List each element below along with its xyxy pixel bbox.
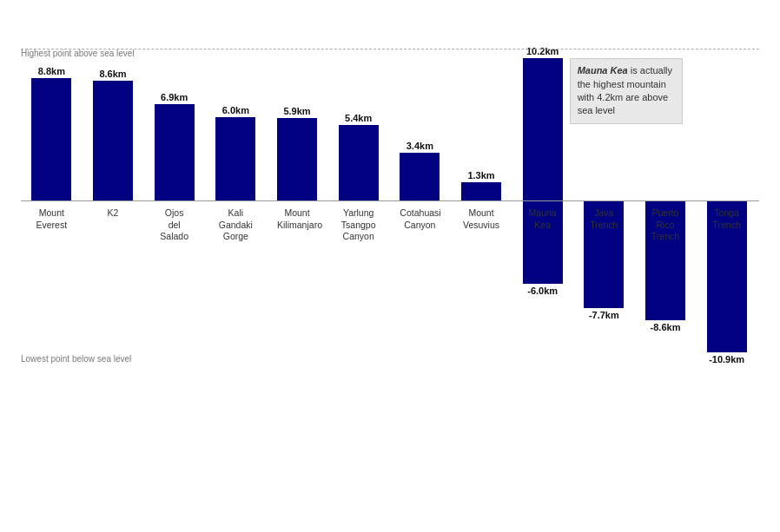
bar-above-label: 6.9km bbox=[155, 92, 195, 102]
bar-name-label: K2 bbox=[93, 207, 133, 220]
bar-group: 6.9kmOjosdelSalado bbox=[155, 49, 195, 413]
bar-name-label: YarlungTsangpoCanyon bbox=[339, 207, 379, 243]
bar-name-label: MountVesuvius bbox=[461, 207, 501, 231]
bar-group: 1.3kmMountVesuvius bbox=[461, 49, 501, 413]
bar-name-label: KaliGandakiGorge bbox=[215, 207, 255, 243]
bar-above-rect bbox=[277, 118, 317, 200]
bar-group: 6.0kmKaliGandakiGorge bbox=[215, 49, 255, 413]
bar-below-label: -8.6km bbox=[645, 322, 685, 332]
bar-above-label: 6.0km bbox=[215, 105, 255, 115]
bar-below-label: -10.9km bbox=[707, 354, 747, 365]
bar-name-label: MaunaKea bbox=[523, 207, 563, 231]
bar-group: 10.2km-6.0kmMaunaKea bbox=[523, 49, 563, 413]
bar-above-label: 8.6km bbox=[93, 69, 133, 79]
bar-group: 3.4kmCotahuasiCanyon bbox=[400, 49, 440, 413]
bar-above-rect bbox=[31, 78, 71, 200]
bar-below-label: -6.0km bbox=[523, 286, 563, 296]
bar-above-label: 5.9km bbox=[277, 106, 317, 116]
bar-above-rect bbox=[93, 81, 133, 200]
bar-name-label: MountKilimanjaro bbox=[277, 207, 317, 231]
bar-above-rect bbox=[155, 104, 195, 200]
bar-name-label: CotahuasiCanyon bbox=[400, 207, 440, 231]
bar-above-label: 1.3km bbox=[461, 170, 501, 181]
bar-below-label: -7.7km bbox=[584, 310, 624, 320]
bar-above-label: 8.8km bbox=[31, 66, 71, 76]
bar-group: 5.9kmMountKilimanjaro bbox=[277, 49, 317, 413]
bar-above-rect bbox=[523, 58, 563, 200]
bar-above-rect bbox=[461, 182, 501, 200]
bar-group: 8.8kmMountEverest bbox=[31, 49, 71, 413]
bar-name-label: JavaTrench bbox=[584, 207, 624, 231]
bar-above-label: 3.4km bbox=[400, 141, 440, 151]
annotation-box: Mauna Kea is actually the highest mounta… bbox=[570, 58, 683, 124]
bar-name-label: MountEverest bbox=[31, 207, 71, 231]
bar-above-rect bbox=[339, 125, 379, 200]
chart-area: Highest point above sea levelLowest poin… bbox=[21, 31, 759, 413]
bar-name-label: PuertoRicoTrench bbox=[645, 207, 685, 243]
bar-name-label: OjosdelSalado bbox=[155, 207, 195, 243]
bar-above-rect bbox=[400, 153, 440, 200]
bar-group: -10.9kmTongaTrench bbox=[707, 49, 747, 413]
bar-group: 8.6kmK2 bbox=[93, 49, 133, 413]
bar-name-label: TongaTrench bbox=[707, 207, 747, 231]
bar-above-rect bbox=[215, 117, 255, 200]
bar-group: 5.4kmYarlungTsangpoCanyon bbox=[339, 49, 379, 413]
bar-above-label: 5.4km bbox=[339, 113, 379, 123]
